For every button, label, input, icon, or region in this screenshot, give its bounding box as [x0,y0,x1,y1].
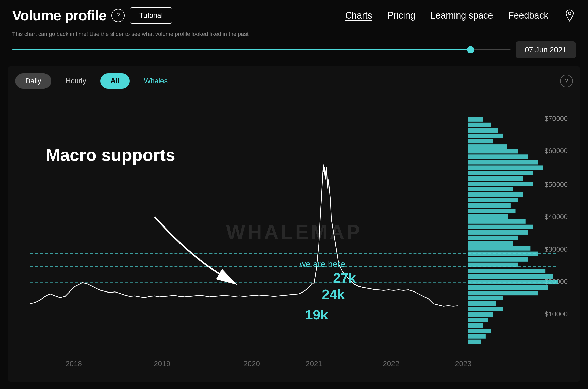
slider-hint: This chart can go back in time! Use the … [12,31,576,37]
svg-rect-31 [468,274,553,279]
svg-rect-40 [468,323,483,328]
svg-point-0 [568,12,571,15]
svg-rect-38 [468,312,493,317]
svg-rect-42 [468,334,486,339]
y-label-10k: $10000 [545,310,568,318]
svg-rect-41 [468,329,491,333]
y-label-70k: $70000 [545,115,568,122]
slider-thumb[interactable] [467,46,474,53]
nav-learning-space[interactable]: Learning space [431,10,493,21]
x-label-2023: 2023 [455,359,471,368]
svg-rect-16 [468,192,523,197]
y-label-30k: $30000 [545,245,568,253]
svg-rect-12 [468,171,533,175]
svg-rect-25 [468,241,513,246]
svg-rect-9 [468,154,528,159]
svg-rect-7 [468,144,507,149]
x-label-2020: 2020 [243,359,260,368]
svg-rect-28 [468,257,528,262]
slider-container: 07 Jun 2021 [12,41,576,58]
x-label-2021: 2021 [306,359,322,368]
tutorial-button[interactable]: Tutorial [130,7,172,24]
svg-rect-36 [468,301,496,306]
main-nav: Charts Pricing Learning space Feedback [345,9,576,22]
svg-rect-22 [468,225,533,229]
svg-rect-19 [468,209,515,213]
svg-rect-5 [468,134,503,138]
svg-rect-35 [468,296,503,300]
y-label-50k: $50000 [545,181,568,188]
tab-daily[interactable]: Daily [15,73,51,89]
chart-area: WHALEMAP Macro supports we are here 27k … [15,95,573,369]
svg-rect-32 [468,280,558,284]
svg-rect-10 [468,160,538,165]
date-badge: 07 Jun 2021 [516,41,576,58]
slider-fill [12,49,471,50]
svg-rect-3 [468,123,491,127]
nav-feedback[interactable]: Feedback [508,10,548,21]
svg-rect-20 [468,214,508,219]
27k-label: 27k [333,270,356,286]
x-label-2022: 2022 [383,359,399,368]
help-icon[interactable]: ? [111,9,125,22]
svg-rect-13 [468,176,523,181]
tab-whales[interactable]: Whales [134,73,178,89]
slider-track-bg [12,49,511,50]
tab-all[interactable]: All [100,73,130,89]
svg-rect-43 [468,340,481,344]
svg-rect-26 [468,246,530,251]
svg-rect-18 [468,203,511,208]
slider-track[interactable] [12,48,511,51]
page-title: Volume profile [12,7,106,24]
nav-charts[interactable]: Charts [345,10,372,21]
svg-rect-6 [468,139,493,144]
tabs-row: Daily Hourly All Whales ? [15,73,573,89]
19k-label: 19k [305,307,328,322]
svg-rect-11 [468,165,543,170]
chart-help-icon[interactable]: ? [560,75,573,87]
we-are-here-label: we are here [300,259,345,269]
svg-rect-14 [468,182,533,186]
svg-rect-37 [468,307,503,311]
nav-pricing[interactable]: Pricing [387,10,415,21]
24k-label: 24k [322,286,345,302]
svg-rect-21 [468,219,525,224]
main-chart-svg: $70000 $60000 $50000 $40000 $30000 $2000… [15,95,573,368]
svg-rect-17 [468,198,518,202]
slider-section: This chart can go back in time! Use the … [0,31,588,66]
svg-rect-2 [468,117,483,122]
svg-rect-4 [468,128,498,133]
svg-rect-30 [468,269,545,273]
y-label-40k: $40000 [545,213,568,221]
svg-rect-39 [468,318,488,322]
x-label-2019: 2019 [154,359,170,368]
svg-rect-8 [468,149,518,154]
svg-rect-33 [468,285,548,290]
y-label-60k: $60000 [545,147,568,155]
x-label-2018: 2018 [66,359,82,368]
svg-rect-24 [468,236,518,240]
chart-container: Daily Hourly All Whales ? WHALEMAP Macro… [8,66,580,382]
location-pin-icon[interactable] [564,9,576,22]
svg-rect-34 [468,291,538,296]
tab-hourly[interactable]: Hourly [55,73,96,89]
svg-rect-15 [468,187,513,191]
header-left: Volume profile ? Tutorial [12,7,172,24]
header: Volume profile ? Tutorial Charts Pricing… [0,0,588,31]
